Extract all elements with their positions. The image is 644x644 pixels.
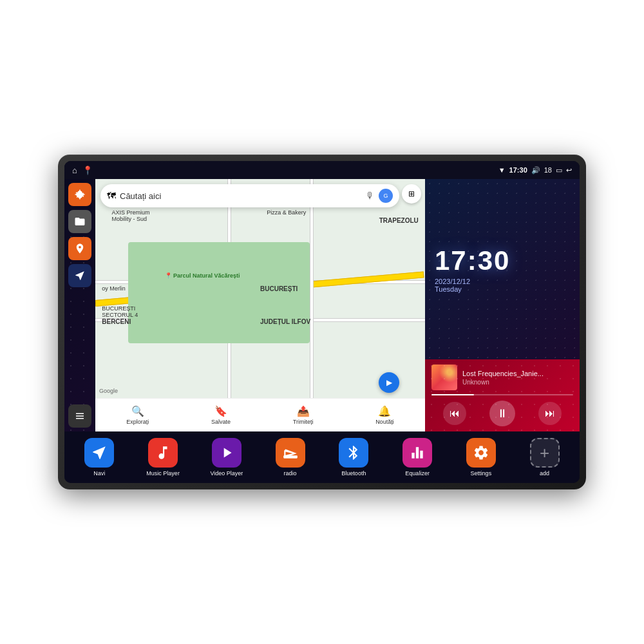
status-bar: ⌂ 📍 ▼ 17:30 🔊 18 ▭ ↩ <box>64 161 580 179</box>
nav-saved[interactable]: 🔖 Salvate <box>211 405 231 425</box>
app-grid: Navi Music Player Video Player <box>70 438 574 477</box>
google-maps-icon: 🗺 <box>107 191 116 201</box>
music-player-icon <box>148 438 178 468</box>
search-text[interactable]: Căutați aici <box>120 191 362 201</box>
video-player-label: Video Player <box>210 470 243 477</box>
clock-time: 17:30 <box>435 245 570 276</box>
progress-fill <box>431 394 474 395</box>
music-player-label: Music Player <box>146 470 180 477</box>
music-artist: Unknown <box>462 379 573 386</box>
settings-icon-bg <box>466 438 496 468</box>
battery-icon: ▭ <box>556 166 562 175</box>
status-bar-left: ⌂ 📍 <box>72 166 93 175</box>
volume-icon: 🔊 <box>531 166 540 175</box>
app-music-player[interactable]: Music Player <box>133 438 193 477</box>
wifi-icon: ▼ <box>498 166 506 174</box>
car-head-unit: ⌂ 📍 ▼ 17:30 🔊 18 ▭ ↩ <box>58 155 586 489</box>
sidebar-btn-grid[interactable] <box>68 404 91 428</box>
nav-news[interactable]: 🔔 Noutăți <box>375 405 394 425</box>
profile-avatar[interactable]: G <box>379 189 393 203</box>
back-icon[interactable]: ↩ <box>566 166 572 175</box>
svg-point-1 <box>294 456 296 458</box>
share-label: Trimiteți <box>293 419 314 425</box>
app-equalizer[interactable]: Equalizer <box>388 438 448 477</box>
map-label-ilfov: JUDEȚUL ILFOV <box>260 318 310 325</box>
sidebar-btn-settings[interactable] <box>68 183 91 206</box>
explore-icon: 🔍 <box>131 405 144 417</box>
album-art-image <box>431 365 457 390</box>
navi-label: Navi <box>93 470 105 477</box>
map-park: 📍 Parcul Natural Văcărești <box>128 242 310 343</box>
radio-label: radio <box>284 470 297 477</box>
equalizer-label: Equalizer <box>405 470 430 477</box>
prev-button[interactable]: ⏮ <box>443 402 466 425</box>
main-content: 📍 Parcul Natural Văcărești AXIS PremiumM… <box>64 179 580 431</box>
clock-widget: 17:30 2023/12/12 Tuesday <box>425 179 580 359</box>
saved-label: Salvate <box>211 419 231 425</box>
progress-bar[interactable] <box>431 394 573 395</box>
music-title: Lost Frequencies_Janie... <box>462 370 573 377</box>
music-controls: ⏮ ⏸ ⏭ <box>431 401 573 426</box>
map-bottom-nav: 🔍 Explorați 🔖 Salvate 📤 Trimiteți 🔔 Nout… <box>95 398 425 431</box>
map-label-pizza: Pizza & Bakery <box>267 209 306 216</box>
right-panel: 17:30 2023/12/12 Tuesday Lost Frequencie… <box>425 179 580 431</box>
bluetooth-label: Bluetooth <box>341 470 366 477</box>
add-label: add <box>540 470 549 477</box>
mic-icon[interactable]: 🎙 <box>366 191 375 201</box>
settings-label: Settings <box>471 470 492 477</box>
app-grid-area: Navi Music Player Video Player <box>64 431 580 483</box>
battery-level: 18 <box>544 166 552 174</box>
park-label: 📍 Parcul Natural Văcărești <box>165 272 240 279</box>
bluetooth-icon-bg <box>339 438 368 468</box>
next-button[interactable]: ⏭ <box>538 402 562 425</box>
map-label-merlin: oy Merlin <box>102 285 126 292</box>
nav-explore[interactable]: 🔍 Explorați <box>126 405 149 425</box>
day-value: Tuesday <box>435 285 462 293</box>
app-add[interactable]: + add <box>515 438 574 477</box>
location-pin[interactable] <box>379 372 399 393</box>
map-background: 📍 Parcul Natural Văcărești AXIS PremiumM… <box>95 179 425 431</box>
equalizer-icon-bg <box>402 438 432 468</box>
road-v2 <box>310 179 314 431</box>
date-value: 2023/12/12 <box>435 278 470 285</box>
music-widget: Lost Frequencies_Janie... Unknown ⏮ ⏸ ⏭ <box>425 359 580 431</box>
explore-label: Explorați <box>126 419 149 425</box>
map-area[interactable]: 📍 Parcul Natural Văcărești AXIS PremiumM… <box>95 179 425 431</box>
video-player-icon <box>212 438 242 468</box>
nav-share[interactable]: 📤 Trimiteți <box>293 405 314 425</box>
saved-icon: 🔖 <box>214 405 227 417</box>
location-icon[interactable]: 📍 <box>82 166 93 175</box>
time-display: 17:30 <box>509 166 527 174</box>
sidebar-btn-files[interactable] <box>68 210 91 233</box>
pause-button[interactable]: ⏸ <box>489 401 515 426</box>
news-icon: 🔔 <box>378 405 391 417</box>
sidebar <box>64 179 95 431</box>
music-info: Lost Frequencies_Janie... Unknown <box>431 365 573 390</box>
sidebar-btn-map[interactable] <box>68 237 91 260</box>
map-label-axis: AXIS PremiumMobility - Sud <box>112 209 150 222</box>
clock-date: 2023/12/12 Tuesday <box>435 278 570 293</box>
home-icon[interactable]: ⌂ <box>72 166 77 175</box>
app-navi[interactable]: Navi <box>70 438 129 477</box>
album-art <box>431 365 457 390</box>
map-label-bucuresti: BUCUREȘTI <box>260 285 298 292</box>
music-text: Lost Frequencies_Janie... Unknown <box>462 370 573 386</box>
sidebar-btn-nav[interactable] <box>68 264 91 287</box>
radio-icon-bg <box>276 438 305 468</box>
map-layers-btn[interactable]: ⊞ <box>402 184 421 204</box>
status-bar-right: ▼ 17:30 🔊 18 ▭ ↩ <box>498 166 572 175</box>
app-bluetooth[interactable]: Bluetooth <box>324 438 384 477</box>
google-logo: Google <box>99 388 118 394</box>
map-label-sector4: BUCUREȘTISECTORUL 4 <box>102 305 138 318</box>
app-video-player[interactable]: Video Player <box>197 438 257 477</box>
map-search-bar[interactable]: 🗺 Căutați aici 🎙 G <box>100 184 399 207</box>
map-label-trapezolu: TRAPEZOLU <box>379 217 419 224</box>
share-icon: 📤 <box>297 405 310 417</box>
map-label-berceni: BERCENI <box>102 318 131 325</box>
screen: ⌂ 📍 ▼ 17:30 🔊 18 ▭ ↩ <box>64 161 580 483</box>
app-settings[interactable]: Settings <box>451 438 511 477</box>
navi-icon <box>84 438 114 468</box>
app-radio[interactable]: radio <box>260 438 320 477</box>
news-label: Noutăți <box>375 419 394 425</box>
add-icon-bg: + <box>530 438 560 468</box>
